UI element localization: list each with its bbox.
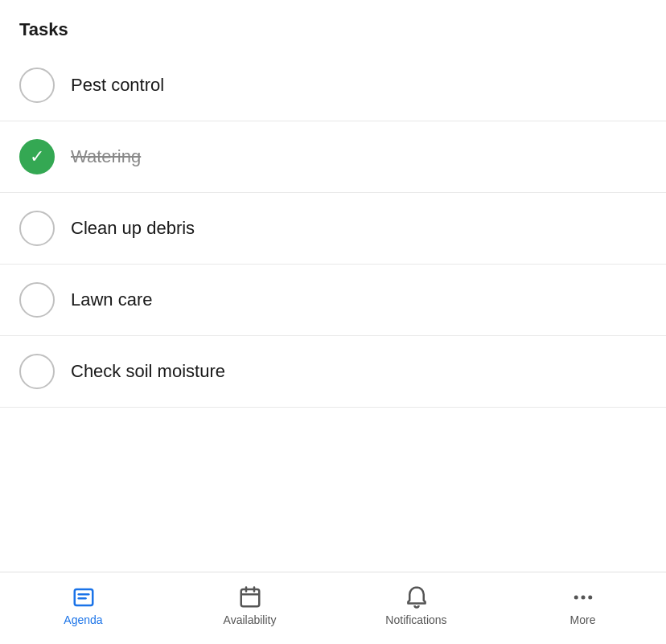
nav-label-agenda: Agenda <box>64 613 102 626</box>
notifications-icon <box>404 585 430 610</box>
task-label: Watering <box>71 146 141 167</box>
page-header: Tasks <box>0 0 666 50</box>
svg-rect-3 <box>240 589 259 606</box>
task-checkbox[interactable]: ✓ <box>19 139 55 174</box>
more-icon <box>570 585 596 610</box>
task-checkbox[interactable] <box>19 354 55 389</box>
nav-label-notifications: Notifications <box>385 613 446 626</box>
nav-item-availability[interactable]: Availability <box>166 585 333 626</box>
nav-label-availability: Availability <box>224 613 277 626</box>
svg-point-8 <box>581 595 585 599</box>
checkmark-icon: ✓ <box>30 148 44 166</box>
task-item[interactable]: Clean up debris <box>0 193 666 265</box>
availability-icon <box>237 585 263 610</box>
task-label: Lawn care <box>71 289 153 310</box>
nav-item-notifications[interactable]: Notifications <box>333 585 500 626</box>
nav-item-agenda[interactable]: Agenda <box>0 585 166 626</box>
task-checkbox[interactable] <box>19 282 55 318</box>
page-title: Tasks <box>19 19 647 40</box>
nav-label-more: More <box>570 613 596 626</box>
nav-item-more[interactable]: More <box>500 585 666 626</box>
task-label: Check soil moisture <box>71 361 225 382</box>
task-item[interactable]: ✓Watering <box>0 121 666 193</box>
svg-point-9 <box>588 595 592 599</box>
task-item[interactable]: Check soil moisture <box>0 336 666 408</box>
task-list: Pest control✓WateringClean up debrisLawn… <box>0 50 666 572</box>
task-item[interactable]: Pest control <box>0 50 666 121</box>
bottom-nav: Agenda Availability Notifications More <box>0 572 666 644</box>
svg-point-7 <box>574 595 578 599</box>
task-checkbox[interactable] <box>19 68 55 103</box>
task-label: Clean up debris <box>71 218 195 239</box>
agenda-icon <box>71 585 97 610</box>
task-item[interactable]: Lawn care <box>0 265 666 336</box>
task-label: Pest control <box>71 75 164 96</box>
task-checkbox[interactable] <box>19 211 55 246</box>
